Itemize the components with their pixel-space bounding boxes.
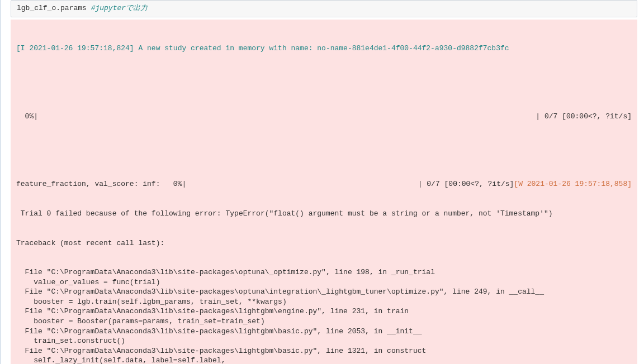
input-code: lgb_clf_o.params — [17, 4, 87, 12]
input-comment: #jupyterで出力 — [91, 4, 148, 12]
progress2-right: | 0/7 [00:00<?, ?it/s] — [418, 179, 514, 189]
tb-frame-src: value_or_values = func(trial) — [16, 277, 632, 288]
progress-right: | 0/7 [00:00<?, ?it/s] — [536, 112, 632, 122]
tb-frame-loc: File "C:\ProgramData\Anaconda3\lib\site-… — [16, 287, 632, 297]
progress-left: 0%| — [16, 112, 38, 122]
log-warn-tail: Trial 0 failed because of the following … — [16, 209, 553, 218]
notebook-output-area: lgb_clf_o.params #jupyterで出力 [I 2021-01-… — [0, 0, 644, 364]
tb-frame-loc: File "C:\ProgramData\Anaconda3\lib\site-… — [16, 346, 632, 356]
stderr-output: [I 2021-01-26 19:57:18,824] A new study … — [11, 20, 637, 364]
tb-frame-src: booster = Booster(params=params, train_s… — [16, 317, 632, 327]
tb-frame-src: booster = lgb.train(self.lgbm_params, tr… — [16, 297, 632, 307]
tb-header: Traceback (most recent call last): — [16, 238, 632, 248]
tb-frame-loc: File "C:\ProgramData\Anaconda3\lib\site-… — [16, 327, 632, 337]
progress2-left: feature_fraction, val_score: inf: 0%| — [16, 179, 186, 189]
tb-frame-src: self._lazy_init(self.data, label=self.la… — [16, 356, 632, 364]
log-info: [I 2021-01-26 19:57:18,824] A new study … — [16, 44, 509, 52]
tb-frame-loc: File "C:\ProgramData\Anaconda3\lib\site-… — [16, 267, 632, 277]
log-warn-prefix: [W 2021-01-26 19:57:18,858] — [514, 179, 632, 189]
input-cell: lgb_clf_o.params #jupyterで出力 — [11, 0, 637, 17]
tb-frame-loc: File "C:\ProgramData\Anaconda3\lib\site-… — [16, 306, 632, 317]
tb-frame-src: train_set.construct() — [16, 336, 632, 346]
